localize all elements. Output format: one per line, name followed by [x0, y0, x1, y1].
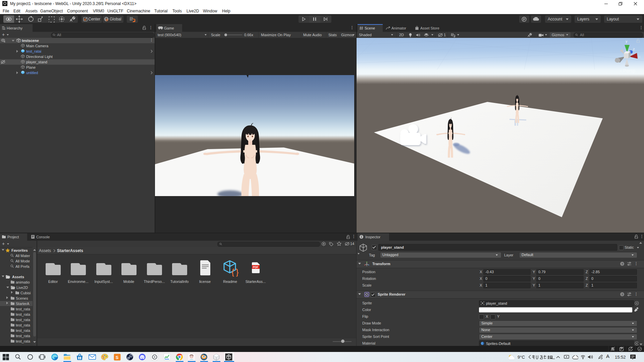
- svg-text:?: ?: [622, 293, 624, 296]
- svg-text:S: S: [116, 355, 119, 360]
- svg-text:x: x: [639, 55, 641, 59]
- svg-text:y: y: [626, 39, 628, 43]
- svg-text:?: ?: [622, 262, 624, 266]
- svg-text:z: z: [633, 47, 635, 51]
- svg-text:‹ Persp: ‹ Persp: [620, 68, 635, 73]
- svg-text:PDF: PDF: [253, 265, 259, 269]
